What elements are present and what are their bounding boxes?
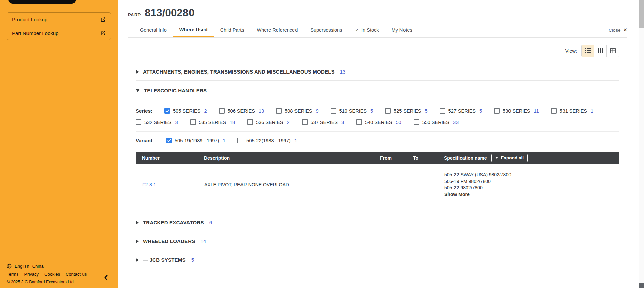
contact-us-link[interactable]: Contact us [66, 272, 87, 277]
variant-label: Variant: [136, 138, 154, 143]
tab-my-notes[interactable]: My Notes [385, 22, 418, 37]
checkbox-checked-icon [166, 138, 172, 143]
region-selector[interactable]: China [32, 263, 44, 269]
sidebar-collapse-button[interactable] [104, 275, 108, 281]
sidebar-footer: English China Terms Privacy Cookies Cont… [7, 263, 87, 284]
part-header: PART: 813/00280 [128, 7, 627, 19]
scrollbar-thumb[interactable] [639, 0, 644, 28]
part-number-link[interactable]: F2-8-1 [142, 182, 156, 187]
series-label: Series: [136, 108, 152, 114]
tab-where-referenced[interactable]: Where Referenced [251, 22, 304, 37]
series-checkbox-531[interactable]: 531 SERIES 1 [551, 108, 594, 114]
checkbox-icon [237, 138, 243, 143]
list-view-icon [585, 48, 591, 53]
checkbox-icon [440, 108, 445, 114]
tab-where-used[interactable]: Where Used [173, 22, 214, 37]
series-checkbox-530[interactable]: 530 SERIES 11 [494, 108, 539, 114]
show-more-link[interactable]: Show More [444, 191, 511, 198]
checkbox-icon [385, 108, 391, 114]
chevron-down-icon [136, 89, 140, 92]
section-jcb-systems[interactable]: — JCB SYSTEMS 5 [136, 250, 619, 269]
series-checkbox-510[interactable]: 510 SERIES 5 [331, 108, 373, 114]
section-count: 13 [340, 69, 346, 75]
checkbox-icon [494, 108, 500, 114]
column-specification-name: Specification name [444, 155, 487, 161]
series-checkbox-540[interactable]: 540 SERIES 50 [356, 119, 401, 125]
checkbox-icon [276, 108, 282, 114]
series-checkbox-550[interactable]: 550 SERIES 33 [414, 119, 459, 125]
series-checkbox-525[interactable]: 525 SERIES 5 [385, 108, 428, 114]
copyright-text: © 2025 J C Bamford Excavators Ltd. [7, 280, 87, 284]
series-checkbox-505[interactable]: 505 SERIES 2 [164, 108, 207, 114]
part-description: AXLE PIVOT, REAR NONE OVERLOAD [204, 182, 289, 187]
divider [136, 131, 619, 132]
column-from: From [374, 155, 407, 161]
series-checkbox-532[interactable]: 532 SERIES 3 [136, 119, 178, 125]
expand-all-button[interactable]: Expand all [491, 154, 528, 162]
chevron-right-icon [136, 70, 139, 74]
table-header: Number Description From To Specification… [136, 152, 619, 164]
part-number-lookup-link[interactable]: Part Number Lookup [7, 26, 111, 40]
terms-link[interactable]: Terms [7, 272, 18, 277]
section-attachments-engines[interactable]: ATTACHMENTS, ENGINES, TRANSMISSIONS AND … [136, 62, 619, 81]
grid-view-icon [598, 48, 603, 53]
series-checkbox-537[interactable]: 537 SERIES 3 [302, 119, 344, 125]
product-lookup-label: Product Lookup [12, 17, 47, 22]
external-link-icon [100, 30, 106, 36]
specification-item: 505-22 SWAY (USA) 9802/7800 [444, 172, 511, 178]
product-lookup-link[interactable]: Product Lookup [7, 13, 111, 26]
list-view-button[interactable] [582, 45, 594, 57]
checkbox-icon [136, 119, 141, 125]
specification-list: 505-22 SWAY (USA) 9802/7800 505-19 FM 98… [444, 172, 511, 198]
tab-supersessions[interactable]: Supersessions [304, 22, 348, 37]
checkbox-icon [356, 119, 362, 125]
close-button[interactable]: Close ✕ [609, 22, 627, 37]
chevron-right-icon [136, 239, 139, 243]
section-tracked-excavators[interactable]: TRACKED EXCAVATORS 6 [136, 212, 619, 231]
cookies-link[interactable]: Cookies [44, 272, 60, 277]
where-used-sections: ATTACHMENTS, ENGINES, TRANSMISSIONS AND … [136, 62, 619, 269]
lookup-links-box: Product Lookup Part Number Lookup [7, 12, 111, 40]
tab-in-stock[interactable]: ✓ In Stock [348, 22, 385, 37]
tab-child-parts[interactable]: Child Parts [214, 22, 251, 37]
view-label: View: [565, 48, 577, 54]
section-wheeled-loaders[interactable]: WHEELED LOADERS 14 [136, 231, 619, 250]
section-count: 5 [191, 257, 194, 263]
privacy-link[interactable]: Privacy [24, 272, 39, 277]
section-telescopic-handlers[interactable]: TELESCOPIC HANDLERS [136, 81, 619, 99]
view-switcher [581, 45, 619, 57]
close-label: Close [609, 28, 621, 33]
tab-bar: General Info Where Used Child Parts Wher… [128, 22, 627, 38]
tab-general-info[interactable]: General Info [133, 22, 173, 37]
checkbox-checked-icon [164, 108, 170, 114]
grid-view-button[interactable] [594, 45, 606, 57]
main-content: PART: 813/00280 General Info Where Used … [118, 0, 639, 288]
checkbox-icon [331, 108, 336, 114]
series-checkbox-535[interactable]: 535 SERIES 18 [190, 119, 235, 125]
language-selector[interactable]: English [15, 263, 29, 269]
specification-item: 505-22 9802/7800 [444, 185, 511, 191]
chevron-right-icon [136, 221, 139, 225]
chevron-right-icon [136, 258, 139, 262]
sidebar: Product Lookup Part Number Lookup Englis… [0, 0, 118, 288]
checkbox-icon [247, 119, 253, 125]
series-checkbox-536[interactable]: 536 SERIES 2 [247, 119, 290, 125]
part-number-lookup-label: Part Number Lookup [12, 30, 58, 36]
where-used-table: Number Description From To Specification… [136, 152, 619, 205]
series-checkbox-508[interactable]: 508 SERIES 9 [276, 108, 319, 114]
column-number: Number [136, 155, 198, 161]
series-checkbox-527[interactable]: 527 SERIES 5 [440, 108, 482, 114]
logo-placeholder [8, 0, 76, 4]
check-icon: ✓ [355, 27, 359, 33]
section-count: 14 [201, 238, 206, 244]
checkbox-icon [414, 119, 419, 125]
scrollbar-down-arrow[interactable] [639, 283, 644, 288]
variant-checkbox-505-22[interactable]: 505-22(1988 - 1997) 1 [237, 138, 297, 143]
series-checkbox-506[interactable]: 506 SERIES 13 [219, 108, 264, 114]
view-toolbar: View: [128, 45, 619, 57]
external-link-icon [100, 17, 106, 22]
table-view-button[interactable] [606, 45, 619, 57]
vertical-scrollbar[interactable] [639, 0, 644, 288]
series-filter-row: Series: 505 SERIES 2 506 SERIES 13 508 S… [136, 108, 619, 125]
variant-checkbox-505-19[interactable]: 505-19(1989 - 1997) 1 [166, 138, 225, 143]
